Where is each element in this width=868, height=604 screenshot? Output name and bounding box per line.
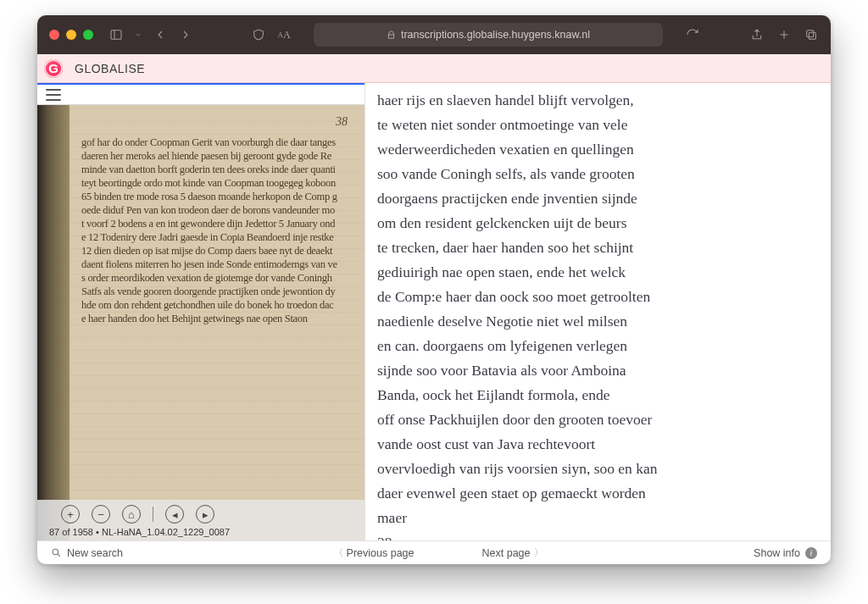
transcription-line: Banda, oock het Eijlandt formola, ende xyxy=(377,383,814,407)
maximize-window-button[interactable] xyxy=(83,30,93,40)
transcription-pane: haer rijs en slaeven handel blijft vervo… xyxy=(365,83,831,540)
folio-number: 38 xyxy=(336,115,348,129)
nav-back-icon[interactable] xyxy=(153,27,168,42)
control-separator xyxy=(153,507,153,522)
share-icon[interactable] xyxy=(749,27,765,42)
chevron-right-icon: 〉 xyxy=(534,546,543,559)
new-search-button[interactable]: New search xyxy=(51,547,123,559)
svg-rect-4 xyxy=(807,30,814,37)
transcription-line: sijnde soo voor Batavia als voor Amboina xyxy=(377,358,814,383)
manuscript-binding-edge xyxy=(37,105,70,540)
svg-rect-0 xyxy=(111,30,121,40)
viewer-menu-button[interactable] xyxy=(46,89,61,101)
search-icon xyxy=(51,547,62,558)
main-split: 38 gof har do onder Coopman Gerit van vo… xyxy=(37,83,831,540)
transcription-line: doorgaens practijcken ende jnventien sij… xyxy=(377,186,814,211)
tabs-overview-icon[interactable] xyxy=(804,27,819,42)
transcription-line: naedienle deselve Negotie niet wel milse… xyxy=(377,309,814,334)
info-icon: i xyxy=(805,547,817,559)
transcription-line: soo vande Coningh selfs, als vande groot… xyxy=(377,162,814,186)
footer-bar: New search 〈 Previous page Next page 〉 S… xyxy=(37,540,831,564)
transcription-line: vande oost cust van Java rechtevoort xyxy=(377,432,814,457)
browser-window: AA transcriptions.globalise.huygens.knaw… xyxy=(37,15,831,564)
app-brand[interactable]: GLOBALISE xyxy=(75,62,145,75)
shield-icon[interactable] xyxy=(251,27,266,42)
minimize-window-button[interactable] xyxy=(66,30,76,40)
transcription-line: off onse Packhuijlen door den grooten to… xyxy=(377,407,814,432)
svg-rect-5 xyxy=(809,32,815,39)
next-image-button[interactable]: ▸ xyxy=(196,505,214,524)
svg-point-6 xyxy=(53,549,58,555)
sidebar-toggle-icon[interactable] xyxy=(108,27,124,42)
home-zoom-button[interactable]: ⌂ xyxy=(122,505,141,524)
dropdown-chevron-icon[interactable] xyxy=(134,27,142,42)
svg-line-7 xyxy=(58,554,60,557)
text-size-icon[interactable]: AA xyxy=(276,27,292,42)
transcription-line: de Comp:e haer dan oock soo moet getrool… xyxy=(377,285,814,309)
transcription-line: om den resident gelckencken uijt de beur… xyxy=(377,211,814,236)
browser-titlebar: AA transcriptions.globalise.huygens.knaw… xyxy=(37,15,831,54)
next-page-button[interactable]: Next page 〉 xyxy=(482,546,543,559)
lock-icon xyxy=(387,30,396,40)
new-tab-icon[interactable] xyxy=(776,27,792,42)
image-viewer[interactable]: 38 gof har do onder Coopman Gerit van vo… xyxy=(37,105,364,540)
transcription-line: te trecken, daer haer handen soo het sch… xyxy=(377,236,814,260)
window-controls xyxy=(49,30,93,40)
previous-page-button[interactable]: 〈 Previous page xyxy=(334,546,415,559)
viewer-controls: + − ⌂ ◂ ▸ 87 of 1958 • NL-HaNA_1.04.02_1… xyxy=(37,500,364,540)
image-viewer-pane: 38 gof har do onder Coopman Gerit van vo… xyxy=(37,83,365,540)
chevron-left-icon: 〈 xyxy=(334,546,343,559)
app-logo[interactable]: G xyxy=(44,59,63,78)
transcription-line: 38 xyxy=(377,530,814,540)
show-info-button[interactable]: Show info i xyxy=(754,547,817,559)
transcription-line: te weten niet sonder ontmoetinge van vel… xyxy=(377,113,814,137)
reload-icon[interactable] xyxy=(685,27,700,42)
nav-forward-icon[interactable] xyxy=(178,27,193,42)
app-header: G GLOBALISE xyxy=(37,54,831,83)
zoom-out-button[interactable]: − xyxy=(92,505,110,524)
url-text: transcriptions.globalise.huygens.knaw.nl xyxy=(401,29,590,41)
manuscript-page: 38 gof har do onder Coopman Gerit van vo… xyxy=(70,105,364,540)
manuscript-handwriting: gof har do onder Coopman Gerit van voorb… xyxy=(81,136,337,525)
transcription-line: overvloedigh van rijs voorsien siyn, soo… xyxy=(377,457,814,481)
prev-image-button[interactable]: ◂ xyxy=(165,505,184,524)
transcription-line: gediuirigh nae open staen, ende het welc… xyxy=(377,260,814,285)
url-bar[interactable]: transcriptions.globalise.huygens.knaw.nl xyxy=(314,23,663,47)
transcription-line: haer rijs en slaeven handel blijft vervo… xyxy=(377,88,814,113)
viewer-toolbar xyxy=(37,83,364,105)
transcription-line: en can. doorgaens om lyfeigenen verlegen xyxy=(377,334,814,358)
transcription-line: daer evenwel geen staet op gemaeckt word… xyxy=(377,481,814,506)
close-window-button[interactable] xyxy=(49,30,59,40)
transcription-line: wederweerdicheden vexatien en quellingen xyxy=(377,137,814,162)
transcription-line: maer xyxy=(377,506,814,530)
page-indicator: 87 of 1958 • NL-HaNA_1.04.02_1229_0087 xyxy=(46,527,356,537)
zoom-in-button[interactable]: + xyxy=(61,505,80,524)
